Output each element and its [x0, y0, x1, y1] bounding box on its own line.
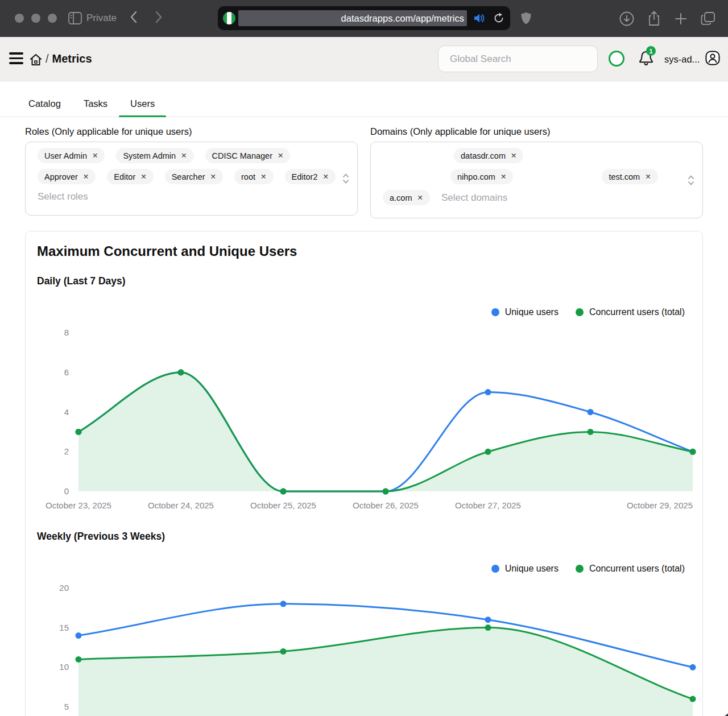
chip-remove-icon[interactable]: ✕ — [92, 151, 98, 160]
roles-filter: Roles (Only applicable for unique users)… — [25, 126, 358, 218]
roles-placeholder[interactable]: Select roles — [38, 191, 88, 202]
chip-remove-icon[interactable]: ✕ — [322, 172, 328, 181]
filter-chip[interactable]: Approver✕ — [38, 169, 96, 184]
share-button[interactable] — [647, 11, 661, 26]
filter-chip[interactable]: a.com✕ — [383, 190, 430, 205]
window-minimize-button[interactable] — [31, 14, 40, 23]
chip-label: Editor2 — [292, 172, 318, 181]
legend-label: Concurrent users (total) — [589, 307, 685, 317]
chip-label: a.com — [390, 193, 412, 202]
domains-placeholder[interactable]: Select domains — [441, 192, 507, 204]
notification-badge: 1 — [646, 46, 656, 56]
new-tab-button[interactable] — [674, 12, 688, 26]
chip-label: CDISC Manager — [212, 151, 272, 160]
weekly-users-chart: 5101520 — [26, 577, 704, 716]
filter-chip[interactable]: Editor2✕ — [285, 169, 336, 184]
legend-dot-blue — [491, 308, 499, 316]
svg-text:5: 5 — [64, 702, 69, 711]
chip-remove-icon[interactable]: ✕ — [511, 151, 516, 160]
window-close-button[interactable] — [15, 14, 24, 23]
chip-remove-icon[interactable]: ✕ — [417, 193, 423, 202]
chip-remove-icon[interactable]: ✕ — [210, 172, 216, 181]
tab-users[interactable]: Users — [130, 98, 155, 117]
chip-remove-icon[interactable]: ✕ — [83, 172, 89, 181]
legend-dot-green — [576, 308, 584, 316]
filter-chip[interactable]: datasdr.com✕ — [454, 148, 523, 163]
user-avatar-icon[interactable] — [704, 49, 721, 67]
svg-text:October 27, 2025: October 27, 2025 — [455, 500, 521, 510]
svg-text:20: 20 — [59, 583, 69, 593]
profiles-shield-icon[interactable] — [520, 11, 532, 25]
roles-multiselect[interactable]: User Admin✕System Admin✕CDISC Manager✕ A… — [25, 142, 358, 216]
svg-text:October 24, 2025: October 24, 2025 — [148, 500, 214, 510]
notifications-button[interactable]: 1 — [638, 49, 654, 67]
chip-remove-icon[interactable]: ✕ — [140, 172, 146, 181]
chip-label: test.com — [609, 172, 640, 181]
chevron-updown-icon[interactable] — [688, 174, 694, 187]
legend-item-unique-users: Unique users — [491, 307, 559, 317]
legend-label: Concurrent users (total) — [589, 564, 685, 574]
chip-label: nihpo.com — [457, 172, 495, 181]
chip-label: Approver — [44, 172, 78, 181]
reload-button[interactable] — [493, 13, 504, 24]
chip-remove-icon[interactable]: ✕ — [500, 172, 506, 181]
daily-users-chart: 02468October 23, 2025October 24, 2025Oct… — [26, 321, 704, 521]
chart-card-title: Maximum Concurrent and Unique Users — [26, 243, 702, 260]
filter-chip[interactable]: System Admin✕ — [116, 148, 193, 163]
weekly-chart-title: Weekly (Previous 3 Weeks) — [26, 530, 702, 543]
window-controls[interactable] — [15, 14, 57, 23]
domains-multiselect[interactable]: datasdr.com✕ nihpo.com✕test.com✕ Select … — [370, 142, 703, 218]
status-ring-icon[interactable] — [609, 51, 624, 67]
forward-button[interactable] — [155, 10, 163, 24]
filter-chip[interactable]: test.com✕ — [602, 169, 657, 184]
filter-chip[interactable]: CDISC Manager✕ — [205, 148, 291, 163]
svg-text:October 26, 2025: October 26, 2025 — [353, 500, 419, 510]
private-browsing-label: Private — [86, 13, 117, 24]
legend-dot-blue — [491, 565, 499, 573]
chip-remove-icon[interactable]: ✕ — [181, 151, 187, 160]
back-button[interactable] — [130, 10, 138, 24]
downloads-button[interactable] — [619, 11, 634, 26]
address-bar[interactable]: datasdrapps.com/app/metrics — [218, 6, 510, 30]
global-search-input[interactable] — [438, 45, 598, 72]
site-favicon — [223, 12, 235, 24]
chip-label: Searcher — [172, 172, 205, 181]
chip-label: datasdr.com — [461, 151, 506, 160]
legend-item-concurrent-users: Concurrent users (total) — [576, 564, 685, 574]
url-text[interactable]: datasdrapps.com/app/metrics — [238, 10, 467, 26]
filter-chip[interactable]: Editor✕ — [107, 169, 153, 184]
legend-label: Unique users — [505, 564, 559, 574]
tab-overview-button[interactable] — [701, 11, 715, 26]
svg-text:October 25, 2025: October 25, 2025 — [250, 500, 316, 510]
app-header: /Metrics 1 sys-ad... — [0, 37, 728, 81]
home-icon[interactable] — [29, 53, 43, 67]
svg-text:15: 15 — [59, 623, 69, 632]
user-name[interactable]: sys-ad... — [664, 54, 700, 65]
tab-bar: Catalog Tasks Users — [0, 81, 728, 117]
filter-chip[interactable]: root✕ — [234, 169, 273, 184]
breadcrumb-separator: / — [46, 52, 49, 65]
weekly-chart-legend: Unique users Concurrent users (total) — [26, 563, 702, 574]
sidebar-toggle-icon[interactable] — [68, 12, 82, 24]
daily-chart-title: Daily (Last 7 Days) — [26, 275, 702, 287]
audio-mute-icon[interactable] — [474, 13, 486, 23]
chevron-updown-icon[interactable] — [342, 172, 349, 185]
chip-label: Editor — [114, 172, 135, 181]
chip-remove-icon[interactable]: ✕ — [278, 151, 283, 160]
tab-tasks[interactable]: Tasks — [84, 98, 107, 117]
metrics-chart-card: Maximum Concurrent and Unique Users Dail… — [25, 231, 703, 716]
svg-text:10: 10 — [59, 662, 69, 672]
window-zoom-button[interactable] — [48, 14, 57, 23]
filter-chip[interactable]: User Admin✕ — [38, 148, 105, 163]
chip-label: root — [241, 172, 255, 181]
domains-label: Domains (Only applicable for unique user… — [370, 126, 703, 137]
chip-remove-icon[interactable]: ✕ — [645, 172, 651, 181]
tab-catalog[interactable]: Catalog — [28, 98, 61, 117]
filter-chip[interactable]: Searcher✕ — [165, 169, 223, 184]
legend-item-unique-users: Unique users — [491, 564, 559, 574]
filter-chip[interactable]: nihpo.com✕ — [450, 169, 513, 184]
svg-text:8: 8 — [64, 328, 69, 337]
svg-text:October 23, 2025: October 23, 2025 — [46, 500, 111, 510]
chip-remove-icon[interactable]: ✕ — [260, 172, 266, 181]
menu-button[interactable] — [9, 52, 23, 64]
